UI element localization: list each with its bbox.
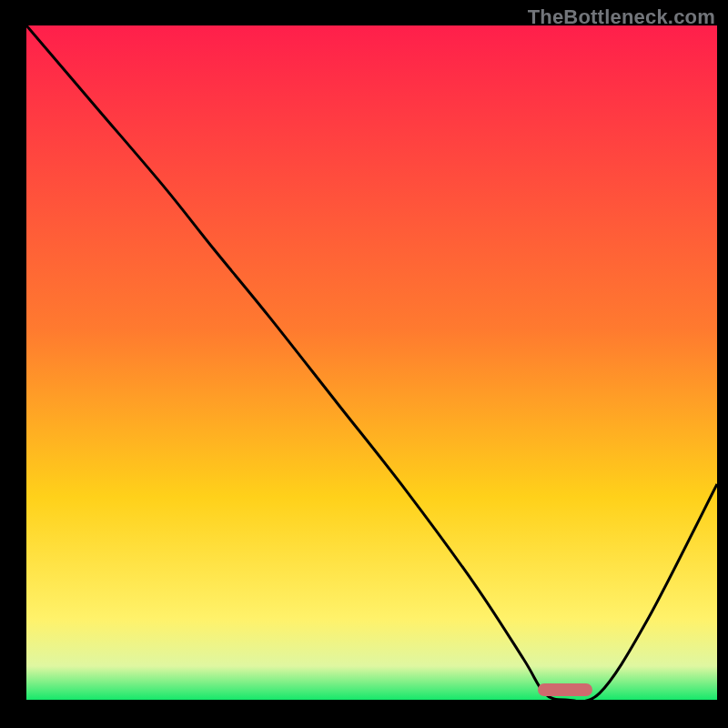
optimal-marker [538,683,592,696]
chart-plot-area [26,25,717,700]
chart-svg [26,25,717,700]
chart-background-gradient [26,25,717,700]
x-axis-line [26,700,717,703]
chart-frame [11,25,717,717]
